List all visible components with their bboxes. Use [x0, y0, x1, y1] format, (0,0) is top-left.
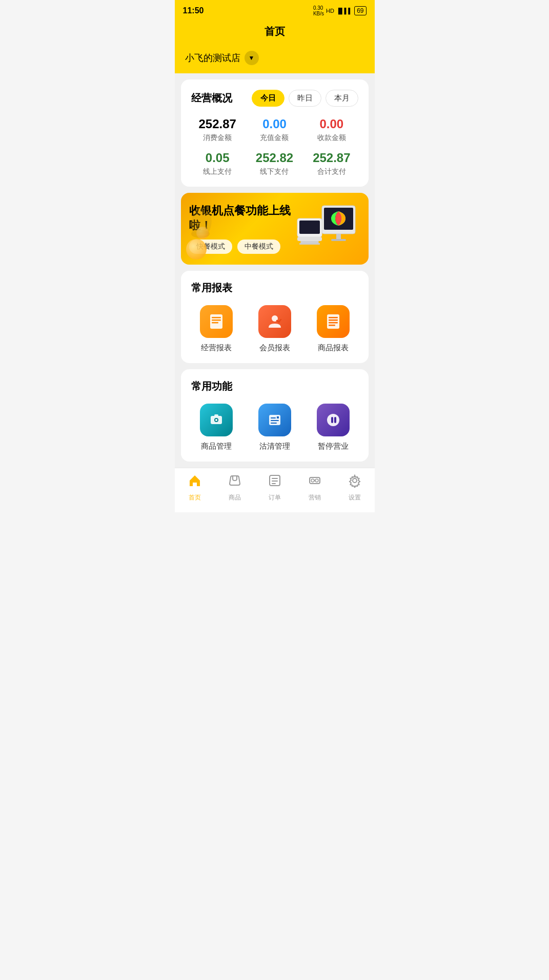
nav-orders-label: 订单: [269, 493, 281, 502]
business-report-label: 经营报表: [201, 343, 232, 353]
nav-products[interactable]: 商品: [219, 473, 250, 502]
tab-yesterday[interactable]: 昨日: [289, 90, 321, 107]
banner-pos-image: [294, 203, 360, 254]
settings-icon: [348, 473, 362, 491]
nav-home[interactable]: 首页: [179, 473, 210, 502]
promo-banner[interactable]: 收银机点餐功能上线啦！ 快餐模式 中餐模式: [181, 193, 369, 265]
banner-btn-chinese-food[interactable]: 中餐模式: [237, 239, 280, 254]
clearance-management-label: 沽清管理: [259, 442, 290, 451]
svg-rect-27: [271, 420, 279, 421]
nav-orders[interactable]: 订单: [259, 473, 290, 502]
consumption-label: 消费金额: [191, 133, 244, 143]
nav-products-label: 商品: [229, 493, 241, 502]
page-title: 首页: [265, 26, 285, 37]
product-report-label: 商品报表: [318, 343, 349, 353]
business-header: 经营概况 今日 昨日 本月: [191, 90, 358, 107]
status-time: 11:50: [183, 6, 204, 15]
svg-rect-18: [329, 319, 338, 321]
tab-group: 今日 昨日 本月: [252, 90, 358, 107]
report-item-product[interactable]: 商品报表: [308, 305, 358, 353]
battery-icon: 69: [354, 6, 366, 15]
main-content: 经营概况 今日 昨日 本月 252.87 消费金额 0.00 充值金额 0.00…: [175, 73, 375, 468]
svg-rect-26: [271, 417, 276, 418]
svg-rect-20: [329, 325, 335, 326]
svg-rect-12: [212, 317, 221, 318]
product-management-label: 商品管理: [201, 442, 232, 451]
stat-receipt: 0.00 收款金额: [305, 117, 358, 143]
nav-marketing[interactable]: 营销: [299, 473, 330, 502]
svg-rect-34: [272, 478, 278, 479]
store-selector[interactable]: 小飞的测试店 ▼: [175, 47, 375, 73]
status-icons: 0.30KB/s HD ▐▌▌▌ 69: [313, 5, 367, 16]
network-type: HD: [326, 8, 334, 14]
svg-rect-32: [334, 417, 336, 423]
nav-settings-label: 设置: [349, 493, 361, 502]
suspend-business-icon: [317, 404, 350, 436]
svg-rect-16: [327, 314, 339, 329]
svg-rect-4: [336, 234, 341, 239]
total-pay-value: 252.87: [305, 151, 358, 165]
marketing-icon: [308, 473, 322, 491]
offline-pay-value: 252.82: [248, 151, 301, 165]
chevron-down-icon[interactable]: ▼: [245, 51, 259, 65]
pos-terminal-icon: [296, 203, 358, 254]
stat-consumption: 252.87 消费金额: [191, 117, 244, 143]
business-overview-card: 经营概况 今日 昨日 本月 252.87 消费金额 0.00 充值金额 0.00…: [181, 79, 369, 187]
function-item-product-management[interactable]: 商品管理: [191, 404, 241, 451]
functions-card: 常用功能 商品管理 沽清管理 暂停营业: [181, 369, 369, 462]
function-item-suspend[interactable]: 暂停营业: [308, 404, 358, 451]
report-item-business[interactable]: 经营报表: [191, 305, 241, 353]
nav-marketing-label: 营销: [309, 493, 321, 502]
svg-rect-35: [272, 481, 278, 482]
svg-rect-19: [329, 322, 338, 324]
svg-rect-10: [299, 243, 320, 245]
reports-card: 常用报表 经营报表 会员报表 商品报表: [181, 271, 369, 363]
functions-title: 常用功能: [191, 379, 358, 393]
nav-settings[interactable]: 设置: [339, 473, 370, 502]
reports-title: 常用报表: [191, 281, 358, 295]
reports-grid: 经营报表 会员报表 商品报表: [191, 305, 358, 353]
stat-online-pay: 0.05 线上支付: [191, 151, 244, 176]
online-pay-label: 线上支付: [191, 167, 244, 176]
nav-home-label: 首页: [189, 493, 201, 502]
svg-rect-29: [277, 416, 279, 418]
orders-icon: [268, 473, 282, 491]
stat-total-pay: 252.87 合计支付: [305, 151, 358, 176]
business-report-icon: [200, 305, 233, 338]
stats-grid: 252.87 消费金额 0.00 充值金额 0.00 收款金额 0.05 线上支…: [191, 117, 358, 176]
svg-point-38: [311, 479, 314, 482]
header: 首页: [175, 21, 375, 47]
products-icon: [228, 473, 242, 491]
svg-point-41: [353, 478, 357, 483]
network-speed: 0.30KB/s: [313, 5, 324, 16]
receipt-label: 收款金额: [305, 133, 358, 143]
recharge-label: 充值金额: [248, 133, 301, 143]
svg-rect-9: [300, 241, 319, 243]
offline-pay-label: 线下支付: [248, 167, 301, 176]
report-item-member[interactable]: 会员报表: [250, 305, 300, 353]
svg-point-23: [215, 419, 217, 421]
svg-rect-36: [272, 483, 276, 484]
function-item-clearance[interactable]: 沽清管理: [250, 404, 300, 451]
functions-grid: 商品管理 沽清管理 暂停营业: [191, 404, 358, 451]
receipt-value: 0.00: [305, 117, 358, 131]
svg-rect-14: [212, 322, 218, 324]
svg-rect-7: [299, 221, 320, 234]
svg-rect-8: [297, 237, 322, 241]
stat-offline-pay: 252.82 线下支付: [248, 151, 301, 176]
home-icon: [188, 473, 202, 491]
tab-today[interactable]: 今日: [252, 90, 284, 107]
consumption-value: 252.87: [191, 117, 244, 131]
recharge-value: 0.00: [248, 117, 301, 131]
business-title: 经营概况: [191, 91, 232, 105]
svg-rect-17: [329, 317, 338, 318]
tab-month[interactable]: 本月: [326, 90, 358, 107]
signal-icon: ▐▌▌▌: [336, 8, 352, 14]
clearance-management-icon: [258, 404, 291, 436]
online-pay-value: 0.05: [191, 151, 244, 165]
total-pay-label: 合计支付: [305, 167, 358, 176]
product-report-icon: [317, 305, 350, 338]
store-name: 小飞的测试店: [185, 52, 240, 64]
svg-rect-11: [210, 314, 222, 329]
stat-recharge: 0.00 充值金额: [248, 117, 301, 143]
